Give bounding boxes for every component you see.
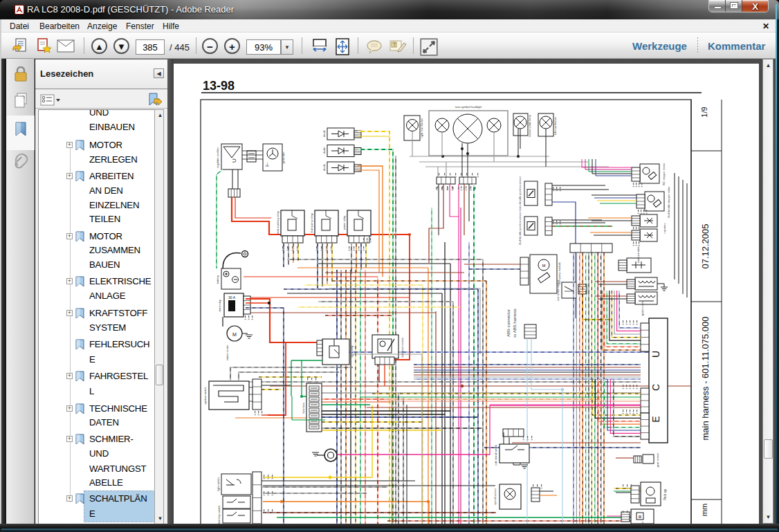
svg-text:fuse box: fuse box <box>302 403 305 413</box>
svg-text:main throttle position sensor: main throttle position sensor <box>518 176 522 211</box>
svg-text:ignition coils: ignition coils <box>641 301 644 316</box>
svg-text:power relay: power relay <box>342 216 346 230</box>
svg-text:exhaust valve: exhaust valve <box>636 246 640 263</box>
svg-text:right rear flasher: right rear flasher <box>420 118 423 138</box>
svg-text:Pick up: Pick up <box>663 489 667 501</box>
svg-text:mm: mm <box>700 504 708 516</box>
svg-text:starter motor: starter motor <box>226 345 229 360</box>
svg-text:injectors: injectors <box>663 223 666 234</box>
svg-text:ISC stepper motor: ISC stepper motor <box>662 163 666 185</box>
svg-text:start/stop switch: start/stop switch <box>217 506 221 524</box>
svg-text:2nd throttle position sensor: 2nd throttle position sensor <box>518 211 522 245</box>
svg-text:new symbol headlight: new symbol headlight <box>455 105 482 109</box>
svg-text:M: M <box>542 264 546 268</box>
svg-text:diode: diode <box>322 163 326 171</box>
svg-text:fuel pump module: fuel pump module <box>558 262 561 284</box>
svg-text:start relay: start relay <box>218 300 221 312</box>
svg-text:light switch: light switch <box>217 477 220 491</box>
svg-text:C: C <box>650 384 661 391</box>
svg-text:T: T <box>393 42 396 47</box>
svg-text:ignition switch: ignition switch <box>203 387 207 405</box>
svg-text:⚙: ⚙ <box>638 515 641 519</box>
svg-text:side stand switch: side stand switch <box>494 445 497 466</box>
svg-text:30 A: 30 A <box>228 295 236 300</box>
svg-text:to ABS harness: to ABS harness <box>513 309 517 337</box>
svg-text:gear sensor: gear sensor <box>656 452 659 468</box>
svg-text:diode: diode <box>322 129 326 137</box>
svg-text:ABS connector: ABS connector <box>506 309 511 337</box>
svg-text:licence plate lamp: licence plate lamp <box>528 114 531 137</box>
svg-text:left rear flasher: left rear flasher <box>553 116 557 135</box>
svg-text:07.12.2005: 07.12.2005 <box>700 223 711 268</box>
svg-text:regulator-rectifier: regulator-rectifier <box>216 147 219 168</box>
svg-text:13-98: 13-98 <box>203 79 235 93</box>
svg-text:1/9: 1/9 <box>700 107 708 117</box>
svg-text:main harness - 601.11.075.000: main harness - 601.11.075.000 <box>700 317 711 441</box>
svg-text:diode: diode <box>322 147 326 154</box>
svg-text:start auxiliary relay: start auxiliary relay <box>276 211 279 234</box>
svg-text:E: E <box>650 416 661 422</box>
svg-text:speed sensor: speed sensor <box>493 488 497 505</box>
svg-text:M: M <box>232 332 237 337</box>
svg-text:U: U <box>650 351 661 358</box>
svg-text:generator: generator <box>282 152 285 164</box>
svg-text:fuel pump relay: fuel pump relay <box>310 213 313 232</box>
svg-text:battery: battery <box>216 275 219 284</box>
svg-text:light relay: light relay <box>350 345 354 357</box>
svg-text:2nd throttle stepper motor: 2nd throttle stepper motor <box>667 185 670 217</box>
svg-text:3~: 3~ <box>265 162 269 167</box>
svg-text:U: U <box>231 158 237 163</box>
